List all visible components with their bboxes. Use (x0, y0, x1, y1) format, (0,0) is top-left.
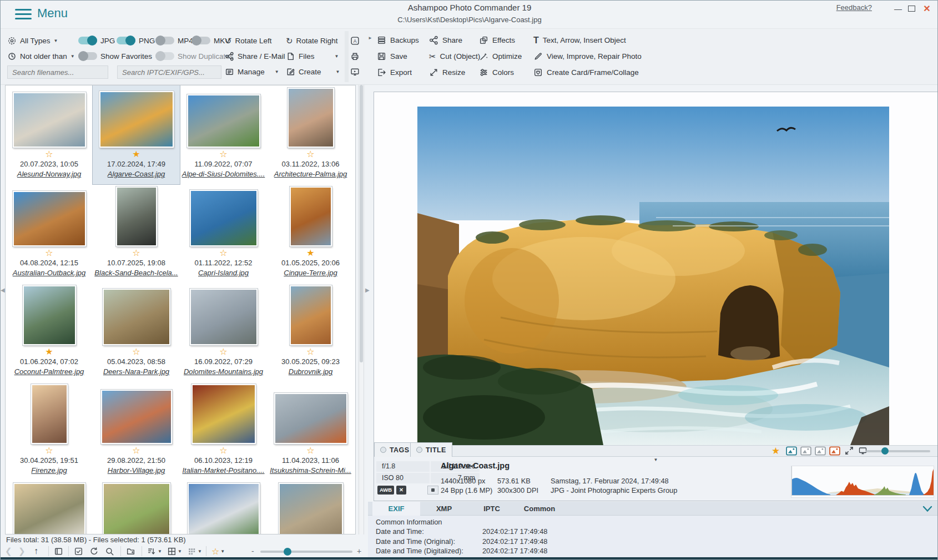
close-button[interactable]: ✕ (922, 4, 932, 14)
thumbnail-image[interactable] (23, 285, 76, 345)
up-folder-button[interactable]: ↑ (34, 545, 38, 557)
thumbnail-filename[interactable]: Alpe-di-Siusi-Dolomites.... (180, 170, 267, 180)
optimize-button[interactable]: Optimize (479, 48, 522, 64)
all-types-dropdown[interactable]: All Types▼ (7, 33, 58, 48)
collapse-left-panel-icon[interactable]: ◀ (1, 287, 5, 293)
mkv-filter[interactable]: MKV (191, 33, 230, 48)
thumbnail-tile[interactable]: ☆ 30.04.2025, 19:51 Firenze.jpg (6, 382, 93, 481)
favorite-star-icon[interactable]: ☆ (6, 248, 93, 259)
thumbnail-tile[interactable]: ☆ 06.10.2023, 12:19 Italian-Market-Posit… (180, 382, 267, 481)
save-button[interactable]: Save (377, 48, 419, 64)
fit-width-button[interactable] (815, 446, 826, 456)
favorite-star-icon[interactable]: ☆ (180, 149, 267, 160)
manage-dropdown[interactable]: Manage▼ (225, 64, 279, 79)
slideshow-button[interactable] (350, 64, 360, 79)
thumbnail-filename[interactable]: Architecture-Palma.jpg (267, 170, 354, 180)
thumbnail-tile[interactable]: ☆ 20.07.2023, 10:05 Alesund-Norway.jpg (6, 85, 93, 184)
magnifier-button[interactable] (105, 545, 114, 557)
thumbnail-tile[interactable] (180, 481, 267, 534)
search-iptc-exif-gps-input[interactable] (117, 65, 221, 79)
thumbnail-image[interactable] (99, 91, 174, 148)
view-improve-repair-button[interactable]: View, Improve, Repair Photo (533, 48, 642, 64)
favorite-star-icon[interactable]: ☆ (180, 446, 267, 456)
thumbnail-filename[interactable]: Deers-Nara-Park.jpg (93, 367, 180, 377)
collapse-divider-icon[interactable]: ▶ (365, 287, 370, 293)
back-button[interactable]: ❮ (5, 545, 12, 557)
browser-scrollbar[interactable] (359, 85, 364, 534)
show-favorites-toggle[interactable] (78, 52, 97, 60)
thumbnail-tile[interactable]: ☆ 11.04.2023, 11:06 Itsukushima-Schrein-… (267, 382, 354, 481)
files-dropdown[interactable]: Files▼ (286, 49, 339, 63)
share-email-button[interactable]: Share / E-Mail (225, 49, 285, 63)
favorites-filter-button[interactable]: ☆▼ (211, 545, 225, 557)
thumbnail-tile[interactable]: ☆ 11.09.2022, 07:07 Alpe-di-Siusi-Dolomi… (180, 85, 267, 184)
meta-tab-iptc[interactable]: IPTC (468, 502, 516, 516)
thumbnail-tile[interactable]: ☆ 01.11.2022, 12:52 Capri-Island.jpg (180, 184, 267, 283)
thumbnail-filename[interactable]: Itsukushima-Schrein-Mi... (267, 466, 354, 476)
mp4-filter[interactable]: MP4 (155, 33, 193, 48)
meta-tab-exif[interactable]: EXIF (372, 502, 420, 516)
resize-button[interactable]: Resize (429, 64, 480, 80)
thumbnail-image[interactable] (103, 483, 170, 534)
search-filenames-input[interactable] (7, 65, 108, 79)
maximize-button[interactable] (906, 4, 916, 14)
thumbnail-tile[interactable]: ☆ 29.08.2022, 21:50 Harbor-Village.jpg (93, 382, 180, 481)
thumbnail-zoom-slider[interactable] (260, 551, 352, 553)
colors-button[interactable]: Colors (479, 64, 522, 80)
not-older-than-dropdown[interactable]: Not older than▼ (7, 49, 75, 63)
view-grid-button[interactable]: ▼ (167, 545, 182, 557)
zoom-out-label[interactable]: - (251, 547, 254, 556)
thumbnail-image[interactable] (274, 393, 347, 444)
thumbnail-image[interactable] (101, 390, 172, 444)
thumbnail-image[interactable] (191, 384, 256, 444)
favorite-star-icon[interactable]: ☆ (6, 446, 93, 456)
thumbnail-filename[interactable]: Australian-Outback.jpg (6, 269, 93, 279)
rotate-right-button[interactable]: ↻Rotate Right (286, 33, 338, 48)
thumbnail-image[interactable] (13, 483, 85, 534)
zoom-in-label[interactable]: + (357, 547, 361, 556)
favorite-star-icon[interactable]: ☆ (93, 446, 180, 456)
thumbnail-image[interactable] (188, 483, 260, 534)
crop-view-button[interactable] (829, 446, 840, 456)
sort-order-button[interactable]: ▼ (147, 545, 162, 557)
thumbnail-image[interactable] (31, 384, 68, 444)
thumbnail-filename[interactable]: Italian-Market-Positano.... (180, 466, 267, 476)
create-dropdown[interactable]: Create▼ (286, 64, 340, 79)
refresh-button[interactable] (89, 545, 99, 557)
thumbnail-image[interactable] (288, 88, 334, 148)
thumbnail-image[interactable] (290, 285, 332, 345)
thumbnail-image[interactable] (279, 483, 343, 534)
create-card-frame-collage-button[interactable]: Create Card/Frame/Collage (533, 64, 642, 80)
favorite-star-icon[interactable]: ☆ (267, 446, 354, 456)
thumbnail-filename[interactable]: Black-Sand-Beach-Icela... (93, 269, 180, 279)
favorite-star-icon[interactable]: ☆ (93, 248, 180, 259)
thumbnail-filename[interactable]: Dolomites-Mountains.jpg (180, 367, 267, 377)
thumbnail-size-button[interactable]: ▼ (187, 545, 202, 557)
favorite-star-icon[interactable]: ☆ (267, 347, 354, 357)
share-button[interactable]: Share (429, 32, 480, 48)
thumbnail-image[interactable] (187, 94, 260, 148)
thumbnail-filename[interactable]: Harbor-Village.jpg (93, 466, 180, 476)
feedback-link[interactable]: Feedback? (836, 3, 872, 12)
thumbnail-filename[interactable]: Alesund-Norway.jpg (6, 170, 93, 180)
thumbnail-image[interactable] (190, 289, 258, 345)
fit-view-button[interactable] (786, 446, 797, 456)
favorite-star-icon[interactable]: ★ (93, 149, 180, 160)
meta-tab-common[interactable]: Common (516, 502, 563, 516)
png-filter[interactable]: PNG (117, 33, 155, 48)
print-button[interactable] (350, 49, 360, 63)
show-favorites-filter[interactable]: Show Favorites (78, 49, 152, 63)
mp4-toggle[interactable] (155, 37, 174, 44)
text-arrow-insert-button[interactable]: TText, Arrow, Insert Object (533, 32, 642, 48)
collapse-info-icon[interactable]: ▼ (654, 457, 658, 462)
thumbnail-image[interactable] (103, 289, 170, 345)
favorite-star-icon[interactable]: ☆ (180, 248, 267, 259)
thumbnail-tile[interactable] (6, 481, 93, 534)
thumbnail-image[interactable] (190, 190, 258, 246)
thumbnail-tile[interactable]: ☆ 16.09.2022, 07:29 Dolomites-Mountains.… (180, 283, 267, 382)
thumbnail-tile[interactable]: ☆ 04.08.2024, 12:15 Australian-Outback.j… (6, 184, 93, 283)
thumbnail-tile[interactable]: ★ 01.06.2024, 07:02 Coconut-Palmtree.jpg (6, 283, 93, 382)
png-toggle[interactable] (117, 37, 135, 44)
toolbar-expander-icon[interactable]: ► (368, 36, 372, 41)
effects-button[interactable]: Effects (479, 32, 522, 48)
